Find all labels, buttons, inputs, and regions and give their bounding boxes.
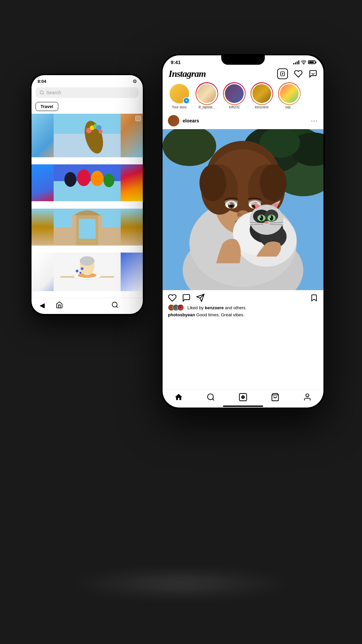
grid-select-1[interactable] bbox=[135, 116, 141, 121]
back-bottom-nav: ◀ bbox=[32, 298, 143, 314]
back-camera-icon: ⊙ bbox=[133, 78, 137, 84]
svg-point-95 bbox=[242, 396, 243, 397]
share-button[interactable] bbox=[196, 293, 205, 302]
back-tag-area: Travel bbox=[36, 102, 139, 111]
front-phone: 9:41 bbox=[161, 54, 325, 409]
like-avatar-3 bbox=[177, 304, 184, 311]
likes-text: Liked by kenzoere and others bbox=[187, 305, 245, 310]
story-ring-5 bbox=[278, 82, 301, 105]
nav-search[interactable] bbox=[195, 393, 227, 401]
story-label-5: sap... bbox=[285, 105, 293, 109]
svg-line-88 bbox=[270, 224, 283, 225]
story-label-4: kenzoere bbox=[255, 105, 268, 109]
grid-item-1[interactable] bbox=[32, 114, 143, 157]
bookmark-button[interactable] bbox=[310, 294, 318, 302]
post-user[interactable]: eloears bbox=[168, 115, 199, 126]
grid-item-4[interactable] bbox=[32, 253, 143, 291]
svg-point-97 bbox=[306, 394, 309, 397]
battery-icon bbox=[308, 60, 315, 64]
avatar-kenzoere bbox=[252, 84, 271, 103]
notifications-button[interactable] bbox=[294, 69, 303, 78]
search-icon bbox=[40, 90, 44, 95]
post-likes: Liked by kenzoere and others bbox=[163, 304, 323, 312]
bottom-nav bbox=[163, 389, 323, 404]
story-lofti232[interactable]: lofti232 bbox=[223, 83, 246, 109]
avatar-lil-lapista bbox=[197, 84, 216, 103]
post-user-avatar bbox=[168, 115, 179, 126]
likes-by-user[interactable]: kenzoere bbox=[205, 305, 224, 310]
svg-point-82 bbox=[260, 216, 261, 218]
your-story-label: Your story bbox=[172, 105, 187, 109]
svg-point-91 bbox=[207, 394, 213, 399]
your-story[interactable]: + Your story bbox=[168, 83, 191, 109]
post-actions bbox=[163, 290, 323, 304]
post-username: eloears bbox=[183, 118, 199, 123]
svg-point-14 bbox=[91, 171, 104, 186]
avatar-sap bbox=[280, 84, 299, 103]
story-lil-lapista[interactable]: lil_lapista... bbox=[195, 83, 218, 109]
back-status-bar: 8:04 ⊙ bbox=[32, 75, 143, 85]
add-post-button[interactable] bbox=[277, 68, 288, 79]
like-avatars bbox=[168, 304, 182, 311]
nav-home[interactable] bbox=[163, 393, 195, 401]
svg-point-52 bbox=[199, 164, 226, 201]
svg-rect-21 bbox=[98, 215, 102, 246]
likes-by-prefix: Liked by bbox=[187, 305, 203, 310]
phones-container: 8:04 ⊙ Search Travel bbox=[30, 54, 332, 590]
svg-point-65 bbox=[237, 213, 241, 217]
post-caption: photosbyean Good times. Great vibes. bbox=[163, 312, 323, 319]
grid-item-2[interactable] bbox=[32, 164, 143, 201]
svg-point-27 bbox=[80, 256, 95, 266]
story-label-3: lofti232 bbox=[229, 105, 240, 109]
avatar-lofti232 bbox=[225, 84, 244, 103]
caption-body: Good times. Great vibes. bbox=[196, 312, 245, 317]
story-kenzoere[interactable]: kenzoere bbox=[250, 83, 273, 109]
svg-point-62 bbox=[225, 200, 238, 205]
svg-line-86 bbox=[250, 224, 263, 225]
post-options-button[interactable]: ··· bbox=[311, 117, 318, 124]
story-ring-3 bbox=[223, 82, 246, 105]
signal-icon bbox=[293, 60, 299, 64]
post-image[interactable] bbox=[163, 129, 323, 290]
svg-point-0 bbox=[40, 91, 43, 94]
comment-button[interactable] bbox=[182, 293, 191, 302]
nav-reels[interactable] bbox=[227, 393, 259, 401]
search-placeholder: Search bbox=[46, 90, 61, 95]
svg-point-84 bbox=[264, 221, 268, 224]
home-indicator bbox=[223, 406, 263, 407]
back-button[interactable]: ◀ bbox=[40, 301, 45, 309]
svg-point-83 bbox=[270, 216, 271, 218]
svg-rect-20 bbox=[72, 215, 76, 246]
likes-others: and others bbox=[225, 305, 245, 310]
svg-point-33 bbox=[303, 63, 304, 64]
story-ring-4 bbox=[250, 82, 273, 105]
add-story-btn[interactable]: + bbox=[183, 97, 190, 104]
back-phone: 8:04 ⊙ Search Travel bbox=[30, 74, 144, 315]
svg-point-12 bbox=[64, 172, 76, 187]
story-sap[interactable]: sap... bbox=[278, 83, 301, 109]
stories-row: + Your story lil_lapista... bbox=[163, 82, 323, 112]
story-ring-2 bbox=[195, 82, 218, 105]
ig-header: Instagram bbox=[163, 66, 323, 82]
messenger-button[interactable] bbox=[309, 69, 317, 78]
svg-point-30 bbox=[79, 272, 81, 274]
nav-shop[interactable] bbox=[259, 393, 291, 401]
svg-line-1 bbox=[43, 94, 44, 95]
svg-point-29 bbox=[81, 267, 83, 270]
like-button[interactable] bbox=[168, 293, 177, 302]
post-actions-left bbox=[168, 293, 205, 302]
explore-grid bbox=[32, 114, 143, 298]
wifi-icon bbox=[301, 60, 306, 64]
grid-item-3[interactable] bbox=[32, 209, 143, 246]
travel-tag[interactable]: Travel bbox=[36, 102, 58, 111]
svg-rect-19 bbox=[79, 219, 96, 239]
glow-effect bbox=[64, 570, 298, 597]
ig-header-icons bbox=[277, 68, 317, 79]
status-icons bbox=[293, 60, 315, 64]
svg-point-9 bbox=[99, 129, 103, 133]
svg-point-81 bbox=[270, 215, 273, 221]
back-search-bar[interactable]: Search bbox=[36, 87, 139, 98]
nav-profile[interactable] bbox=[291, 393, 323, 401]
story-label-2: lil_lapista... bbox=[198, 105, 215, 109]
caption-username[interactable]: photosbyean bbox=[168, 312, 195, 317]
